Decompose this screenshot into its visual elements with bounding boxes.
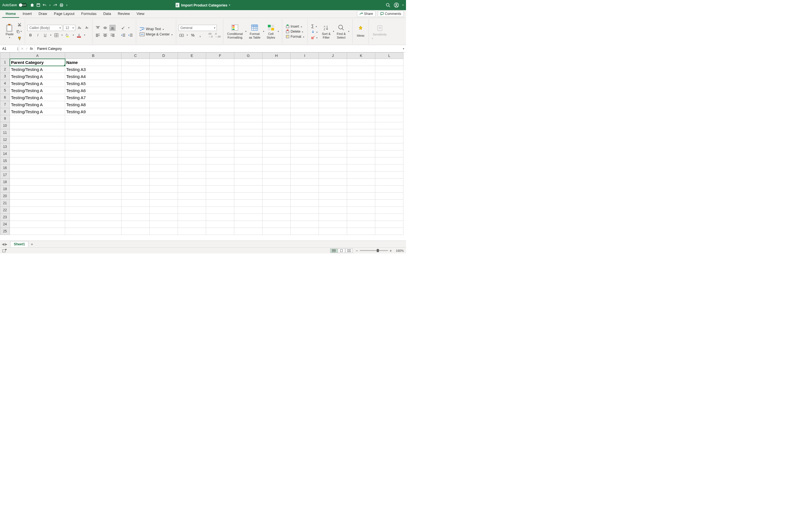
comments-button[interactable]: Comments [378,11,404,17]
format-as-table-button[interactable]: Format as Table [247,22,262,40]
wrap-text-button[interactable]: Wrap Text [139,26,174,32]
cell-G7[interactable] [234,101,262,108]
cell-A16[interactable] [10,165,65,172]
cell-F25[interactable] [206,228,234,235]
merge-dropdown[interactable] [171,33,172,36]
merge-center-button[interactable]: Merge & Center [139,32,174,37]
cell-L9[interactable] [375,115,403,122]
cell-I13[interactable] [291,144,319,151]
cell-F18[interactable] [206,179,234,186]
cell-J6[interactable] [319,94,347,101]
row-header-11[interactable]: 11 [0,129,10,136]
cell-G3[interactable] [234,73,262,80]
undo-icon[interactable] [42,3,47,7]
cell-F23[interactable] [206,214,234,221]
cell-H20[interactable] [262,193,291,200]
cell-E11[interactable] [178,129,206,136]
sheet-nav-prev[interactable]: ◀ [2,242,4,246]
cell-C13[interactable] [121,144,150,151]
sort-filter-button[interactable]: AZ Sort & Filter [320,22,333,40]
cell-L17[interactable] [375,172,403,179]
cell-B9[interactable] [65,115,121,122]
cell-E22[interactable] [178,207,206,214]
cell-G15[interactable] [234,158,262,165]
cell-G22[interactable] [234,207,262,214]
clear-button[interactable] [310,35,319,40]
cell-C7[interactable] [121,101,150,108]
cell-D21[interactable] [150,200,178,207]
document-title[interactable]: x Import Product Categories ▾ [175,3,231,7]
cell-C4[interactable] [121,80,150,87]
cell-G2[interactable] [234,66,262,73]
cell-A13[interactable] [10,144,65,151]
cell-J25[interactable] [319,228,347,235]
cut-icon[interactable] [16,21,22,27]
cell-H22[interactable] [262,207,291,214]
cell-D22[interactable] [150,207,178,214]
sort-filter-dropdown[interactable]: ▾ [332,30,335,33]
find-select-dropdown[interactable]: ▾ [347,30,350,33]
fill-color-button[interactable] [64,32,71,38]
enter-icon[interactable]: ✓ [26,47,28,51]
cell-B1[interactable]: Name [65,59,121,66]
cell-J13[interactable] [319,144,347,151]
cell-H7[interactable] [262,101,291,108]
cell-K17[interactable] [347,172,375,179]
home-icon[interactable] [30,3,35,7]
name-box[interactable]: A1 ▴▾ [0,45,19,52]
cell-L2[interactable] [375,66,403,73]
cell-D5[interactable] [150,87,178,94]
cell-E13[interactable] [178,144,206,151]
cell-E4[interactable] [178,80,206,87]
row-header-2[interactable]: 2 [0,66,10,73]
column-header-G[interactable]: G [234,53,262,59]
row-header-22[interactable]: 22 [0,207,10,214]
ribbon-tab-data[interactable]: Data [100,10,114,18]
select-all-corner[interactable] [0,53,10,59]
cell-J12[interactable] [319,136,347,144]
cell-F6[interactable] [206,94,234,101]
cell-H16[interactable] [262,165,291,172]
format-cells-button[interactable]: Format [285,34,305,39]
cell-J24[interactable] [319,221,347,228]
cell-A19[interactable] [10,186,65,193]
cell-G13[interactable] [234,144,262,151]
cell-B5[interactable]: Testing A6 [65,87,121,94]
cell-G10[interactable] [234,122,262,129]
cell-B7[interactable]: Testing A8 [65,101,121,108]
cell-A1[interactable]: Parent Category [10,59,65,66]
wrap-text-dropdown[interactable] [162,27,164,31]
cell-E14[interactable] [178,151,206,158]
cell-F4[interactable] [206,80,234,87]
cell-B15[interactable] [65,158,121,165]
cell-I24[interactable] [291,221,319,228]
cell-L15[interactable] [375,158,403,165]
cell-J4[interactable] [319,80,347,87]
cell-D4[interactable] [150,80,178,87]
cell-K14[interactable] [347,151,375,158]
cell-G4[interactable] [234,80,262,87]
decrease-decimal-icon[interactable]: .0→.00 [214,32,221,38]
cell-E17[interactable] [178,172,206,179]
cell-E16[interactable] [178,165,206,172]
column-header-A[interactable]: A [10,53,65,59]
cell-K3[interactable] [347,73,375,80]
cell-H19[interactable] [262,186,291,193]
view-page-break-button[interactable] [345,248,353,253]
cell-A3[interactable]: Testing/Testing A [10,73,65,80]
increase-decimal-icon[interactable]: .00→.0 [207,32,213,38]
cell-L11[interactable] [375,129,403,136]
cell-A18[interactable] [10,179,65,186]
cell-J7[interactable] [319,101,347,108]
cell-F7[interactable] [206,101,234,108]
cell-K1[interactable] [347,59,375,66]
cell-E5[interactable] [178,87,206,94]
cell-I15[interactable] [291,158,319,165]
column-header-E[interactable]: E [178,53,206,59]
cell-H14[interactable] [262,151,291,158]
row-header-3[interactable]: 3 [0,73,10,80]
sheet-tab-sheet1[interactable]: Sheet1 [10,241,29,247]
cell-I25[interactable] [291,228,319,235]
account-icon[interactable] [394,3,399,8]
cell-D16[interactable] [150,165,178,172]
